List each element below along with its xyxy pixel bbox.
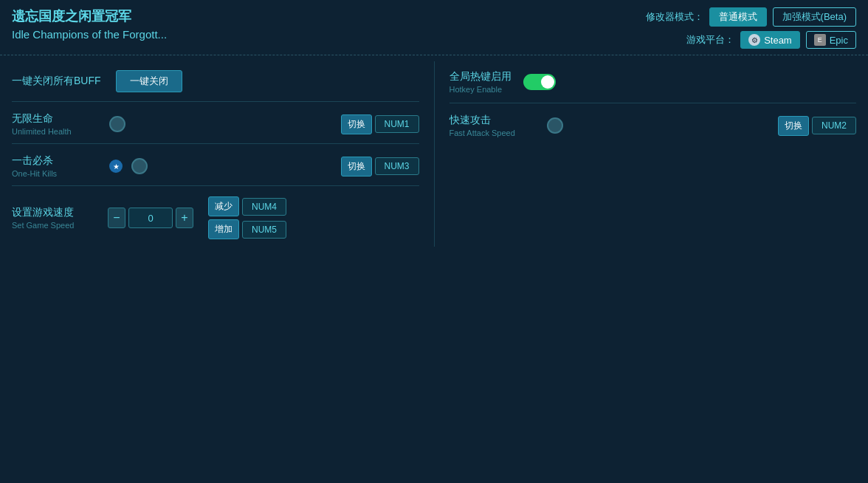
fast-attack-en: Fast Attack Speed bbox=[450, 129, 538, 137]
one-hit-hotkey[interactable]: NUM3 bbox=[375, 157, 419, 175]
title-block: 遗忘国度之闲置冠军 Idle Champions of the Forgott.… bbox=[12, 7, 167, 41]
unlimited-health-row: 无限生命 Unlimited Health 切换 NUM1 bbox=[12, 112, 419, 136]
platform-label: 游戏平台： bbox=[686, 33, 734, 47]
unlimited-health-switch-button[interactable]: 切换 bbox=[341, 114, 372, 134]
mode-label: 修改器模式： bbox=[646, 10, 703, 24]
one-hit-hotkey-group: 切换 NUM3 bbox=[341, 157, 419, 177]
speed-increase-hotkey-row: 增加 NUM5 bbox=[208, 219, 286, 239]
steam-label: Steam bbox=[764, 35, 792, 46]
hotkey-enable-toggle[interactable] bbox=[523, 74, 556, 90]
mode-normal-button[interactable]: 普通模式 bbox=[709, 7, 767, 27]
close-buff-button[interactable]: 一键关闭 bbox=[116, 70, 182, 92]
epic-label: Epic bbox=[830, 35, 848, 46]
one-hit-section: 一击必杀 One-Hit Kills ★ 切换 NUM3 bbox=[12, 144, 419, 186]
unlimited-health-zh: 无限生命 bbox=[12, 112, 100, 126]
one-hit-en: One-Hit Kills bbox=[12, 169, 100, 178]
unlimited-health-section: 无限生命 Unlimited Health 切换 NUM1 bbox=[12, 102, 419, 144]
fast-attack-row: 快速攻击 Fast Attack Speed 切换 NUM2 bbox=[450, 114, 857, 137]
fast-attack-name: 快速攻击 Fast Attack Speed bbox=[450, 114, 538, 137]
game-title-en: Idle Champions of the Forgott... bbox=[12, 28, 167, 41]
speed-decrease-hotkey[interactable]: NUM4 bbox=[242, 198, 286, 216]
fast-attack-hotkey-group: 切换 NUM2 bbox=[778, 116, 856, 136]
mode-beta-button[interactable]: 加强模式(Beta) bbox=[773, 7, 856, 27]
speed-section: 设置游戏速度 Set Game Speed − + 减少 NUM4 bbox=[12, 186, 419, 247]
fast-attack-toggle[interactable] bbox=[547, 117, 563, 134]
star-badge-icon: ★ bbox=[109, 160, 123, 173]
app-container: 遗忘国度之闲置冠军 Idle Champions of the Forgott.… bbox=[0, 0, 868, 483]
unlimited-health-name: 无限生命 Unlimited Health bbox=[12, 112, 100, 136]
game-title-zh: 遗忘国度之闲置冠军 bbox=[12, 7, 167, 25]
fast-attack-section: 快速攻击 Fast Attack Speed 切换 NUM2 bbox=[450, 103, 857, 145]
speed-row: 设置游戏速度 Set Game Speed − + 减少 NUM4 bbox=[12, 196, 419, 239]
speed-controls: − + bbox=[108, 208, 193, 228]
hotkey-enable-block: 全局热键启用 Hotkey Enable bbox=[450, 70, 512, 94]
speed-increase-hotkey[interactable]: NUM5 bbox=[242, 221, 286, 239]
header-divider bbox=[0, 55, 868, 55]
speed-name: 设置游戏速度 Set Game Speed bbox=[12, 206, 100, 230]
speed-increase-button[interactable]: + bbox=[176, 208, 193, 228]
hotkey-enable-en: Hotkey Enable bbox=[450, 85, 512, 94]
one-hit-toggle[interactable] bbox=[131, 158, 148, 174]
buff-label: 一键关闭所有BUFF bbox=[12, 75, 101, 88]
unlimited-health-en: Unlimited Health bbox=[12, 127, 100, 136]
speed-decrease-switch-button[interactable]: 减少 bbox=[208, 196, 239, 216]
speed-increase-switch-button[interactable]: 增加 bbox=[208, 219, 239, 239]
unlimited-health-hotkey-group: 切换 NUM1 bbox=[341, 114, 419, 134]
main-content: 一键关闭所有BUFF 一键关闭 无限生命 Unlimited Health 切换… bbox=[0, 61, 868, 247]
left-panel: 一键关闭所有BUFF 一键关闭 无限生命 Unlimited Health 切换… bbox=[12, 61, 435, 247]
fast-attack-switch-button[interactable]: 切换 bbox=[778, 116, 809, 136]
one-hit-zh: 一击必杀 bbox=[12, 154, 100, 168]
header: 遗忘国度之闲置冠军 Idle Champions of the Forgott.… bbox=[0, 0, 868, 49]
speed-decrease-hotkey-row: 减少 NUM4 bbox=[208, 196, 286, 216]
speed-zh: 设置游戏速度 bbox=[12, 206, 100, 219]
unlimited-health-hotkey[interactable]: NUM1 bbox=[375, 115, 419, 133]
one-hit-row: 一击必杀 One-Hit Kills ★ 切换 NUM3 bbox=[12, 154, 419, 178]
platform-steam-button[interactable]: ⚙ Steam bbox=[740, 31, 800, 49]
buff-row: 一键关闭所有BUFF 一键关闭 bbox=[12, 61, 419, 102]
epic-icon: E bbox=[814, 34, 826, 46]
speed-hotkeys: 减少 NUM4 增加 NUM5 bbox=[208, 196, 286, 239]
speed-decrease-button[interactable]: − bbox=[108, 208, 125, 228]
fast-attack-hotkey[interactable]: NUM2 bbox=[812, 117, 856, 134]
header-right: 修改器模式： 普通模式 加强模式(Beta) 游戏平台： ⚙ Steam E E… bbox=[646, 7, 856, 49]
fast-attack-zh: 快速攻击 bbox=[450, 114, 538, 127]
hotkey-enable-row: 全局热键启用 Hotkey Enable bbox=[450, 61, 857, 103]
hotkey-enable-zh: 全局热键启用 bbox=[450, 70, 512, 83]
one-hit-switch-button[interactable]: 切换 bbox=[341, 157, 372, 177]
unlimited-health-toggle[interactable] bbox=[109, 116, 125, 132]
one-hit-name: 一击必杀 One-Hit Kills bbox=[12, 154, 100, 178]
mode-row: 修改器模式： 普通模式 加强模式(Beta) bbox=[646, 7, 856, 27]
platform-epic-button[interactable]: E Epic bbox=[806, 31, 856, 49]
speed-en: Set Game Speed bbox=[12, 221, 100, 230]
right-panel: 全局热键启用 Hotkey Enable 快速攻击 Fast Attack Sp… bbox=[435, 61, 857, 247]
steam-icon: ⚙ bbox=[748, 34, 760, 46]
platform-row: 游戏平台： ⚙ Steam E Epic bbox=[686, 31, 856, 49]
speed-input[interactable] bbox=[128, 208, 173, 228]
